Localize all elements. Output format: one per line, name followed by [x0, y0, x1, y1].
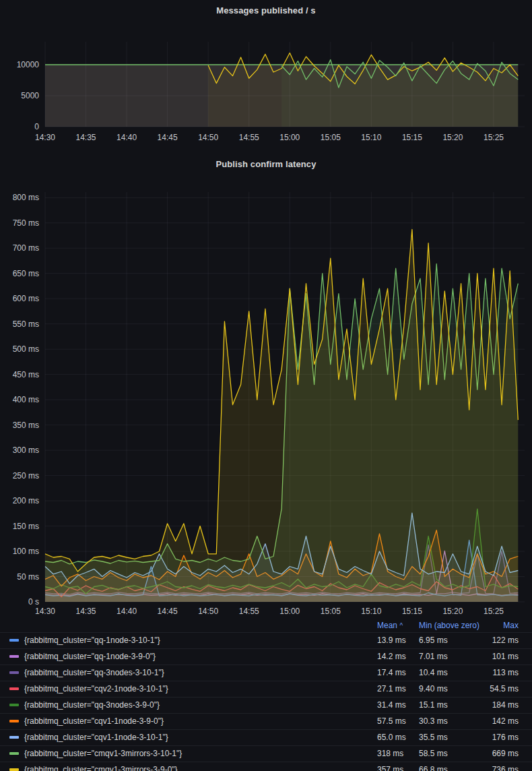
legend-header-row: Mean ^ Min (above zero) Max [0, 619, 532, 632]
grafana-dashboard: Messages published / s 14:3014:3514:4014… [0, 0, 532, 771]
series-label[interactable]: {rabbitmq_cluster="qq-1node-3-10-1"} [24, 636, 160, 645]
svg-text:0 s: 0 s [28, 597, 39, 607]
svg-text:750 ms: 750 ms [13, 218, 39, 228]
svg-text:14:55: 14:55 [239, 607, 259, 616]
legend-table: Mean ^ Min (above zero) Max {rabbitmq_cl… [0, 619, 532, 771]
series-color-swatch [9, 752, 19, 755]
legend-header-min[interactable]: Min (above zero) [413, 619, 486, 632]
series-max: 101 ms [486, 649, 532, 665]
series-mean: 57.5 ms [372, 714, 413, 729]
svg-text:700 ms: 700 ms [13, 243, 39, 253]
svg-text:450 ms: 450 ms [13, 370, 39, 379]
series-color-swatch [9, 736, 19, 739]
svg-text:14:30: 14:30 [35, 607, 55, 616]
svg-text:14:50: 14:50 [198, 607, 218, 616]
series-mean: 13.9 ms [372, 633, 413, 648]
svg-text:14:35: 14:35 [76, 607, 96, 616]
series-min: 10.4 ms [413, 665, 486, 681]
svg-text:15:25: 15:25 [484, 607, 504, 616]
series-mean: 357 ms [372, 762, 413, 771]
series-mean: 31.4 ms [372, 698, 413, 713]
legend-row: {rabbitmq_cluster="cqv2-1node-3-10-1"} 2… [0, 681, 532, 697]
series-color-swatch [9, 720, 19, 722]
series-color-swatch [9, 704, 19, 706]
svg-text:400 ms: 400 ms [13, 395, 39, 404]
legend-row: {rabbitmq_cluster="cqv1-1node-3-10-1"} 6… [0, 729, 532, 745]
series-color-swatch [9, 768, 19, 771]
series-max: 184 ms [486, 698, 532, 713]
svg-text:800 ms: 800 ms [13, 193, 39, 202]
svg-text:650 ms: 650 ms [13, 269, 39, 278]
series-max: 122 ms [486, 633, 532, 648]
series-mean: 318 ms [372, 746, 413, 762]
svg-text:100 ms: 100 ms [13, 547, 39, 556]
svg-text:15:15: 15:15 [402, 607, 422, 616]
svg-text:350 ms: 350 ms [13, 421, 39, 430]
series-label[interactable]: {rabbitmq_cluster="qq-3nodes-3-9-0"} [24, 700, 160, 710]
legend-row: {rabbitmq_cluster="cmqv1-3mirrors-3-10-1… [0, 745, 532, 762]
series-mean: 17.4 ms [372, 665, 413, 681]
series-max: 176 ms [486, 730, 532, 745]
series-max: 142 ms [486, 714, 532, 729]
svg-text:200 ms: 200 ms [13, 496, 39, 505]
series-label[interactable]: {rabbitmq_cluster="qq-3nodes-3-10-1"} [24, 668, 164, 677]
legend-row: {rabbitmq_cluster="qq-3nodes-3-10-1"} 17… [0, 665, 532, 681]
series-min: 15.1 ms [413, 698, 486, 713]
svg-text:14:40: 14:40 [117, 607, 137, 616]
legend-header-spacer [0, 619, 372, 632]
svg-text:300 ms: 300 ms [13, 445, 39, 455]
series-label[interactable]: {rabbitmq_cluster="cqv1-1node-3-10-1"} [24, 733, 168, 742]
svg-text:50 ms: 50 ms [17, 572, 39, 582]
series-min: 35.5 ms [413, 730, 486, 745]
series-label[interactable]: {rabbitmq_cluster="cmqv1-3mirrors-3-10-1… [24, 749, 182, 758]
legend-row: {rabbitmq_cluster="cmqv1-3mirrors-3-9-0"… [0, 762, 532, 771]
sort-asc-icon: ^ [399, 622, 403, 629]
series-mean: 65.0 ms [372, 730, 413, 745]
legend-row: {rabbitmq_cluster="qq-1node-3-9-0"} 14.2… [0, 648, 532, 665]
legend-row: {rabbitmq_cluster="qq-1node-3-10-1"} 13.… [0, 632, 532, 648]
svg-text:15:10: 15:10 [361, 607, 381, 616]
svg-text:500 ms: 500 ms [13, 344, 39, 354]
series-min: 30.3 ms [413, 714, 486, 729]
legend-header-max[interactable]: Max [486, 619, 532, 632]
series-min: 6.95 ms [413, 633, 486, 648]
series-color-swatch [9, 639, 19, 642]
svg-text:150 ms: 150 ms [13, 522, 39, 531]
legend-row: {rabbitmq_cluster="cqv1-1node-3-9-0"} 57… [0, 713, 532, 729]
series-label[interactable]: {rabbitmq_cluster="cqv2-1node-3-10-1"} [24, 684, 168, 693]
legend-header-mean[interactable]: Mean ^ [372, 619, 413, 632]
series-min: 66.8 ms [413, 762, 486, 771]
series-label[interactable]: {rabbitmq_cluster="cmqv1-3mirrors-3-9-0"… [24, 765, 178, 771]
svg-text:14:45: 14:45 [158, 607, 178, 616]
series-min: 7.01 ms [413, 649, 486, 665]
series-max: 113 ms [486, 665, 532, 681]
series-max: 736 ms [486, 762, 532, 771]
svg-text:15:00: 15:00 [279, 607, 300, 616]
series-label[interactable]: {rabbitmq_cluster="cqv1-1node-3-9-0"} [24, 716, 164, 726]
legend-row: {rabbitmq_cluster="qq-3nodes-3-9-0"} 31.… [0, 697, 532, 713]
series-max: 54.5 ms [486, 681, 532, 697]
svg-text:600 ms: 600 ms [13, 294, 39, 303]
series-mean: 27.1 ms [372, 681, 413, 697]
svg-text:250 ms: 250 ms [13, 471, 39, 481]
svg-text:15:20: 15:20 [442, 607, 463, 616]
series-label[interactable]: {rabbitmq_cluster="qq-1node-3-9-0"} [24, 652, 156, 661]
series-color-swatch [9, 687, 19, 690]
series-color-swatch [9, 671, 19, 674]
series-min: 9.40 ms [413, 681, 486, 697]
series-mean: 14.2 ms [372, 649, 413, 665]
series-color-swatch [9, 655, 19, 658]
svg-text:550 ms: 550 ms [13, 319, 39, 329]
series-min: 58.5 ms [413, 746, 486, 762]
svg-text:15:05: 15:05 [321, 607, 341, 616]
series-max: 669 ms [486, 746, 532, 762]
